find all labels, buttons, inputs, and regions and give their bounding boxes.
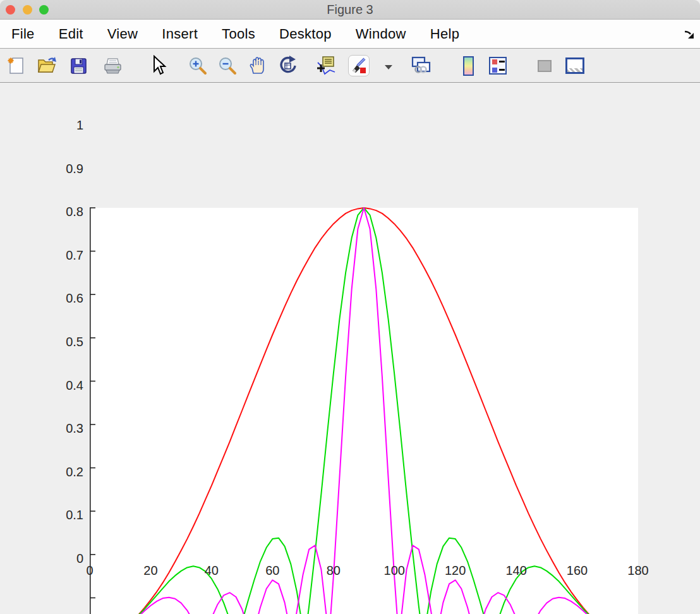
paintbrush-icon [349, 56, 368, 75]
plot-tools-icon [565, 57, 584, 74]
brush-dropdown-button[interactable] [378, 55, 399, 76]
gray-square-icon [538, 60, 552, 72]
zoom-out-button[interactable] [217, 55, 238, 76]
y-tick-label: 0.9 [45, 162, 83, 176]
menu-edit[interactable]: Edit [59, 26, 83, 42]
titlebar[interactable]: Figure 3 [0, 0, 700, 20]
menu-tools[interactable]: Tools [222, 26, 255, 42]
hide-plot-tools-button [534, 55, 555, 76]
menu-insert[interactable]: Insert [162, 26, 198, 42]
save-figure-button[interactable] [68, 55, 89, 76]
menu-help[interactable]: Help [430, 26, 459, 42]
green-curve [90, 208, 638, 614]
data-cursor-button[interactable] [316, 55, 337, 76]
link-plot-button[interactable] [410, 55, 431, 76]
y-tick-label: 0 [45, 551, 83, 565]
chain-link-icon [410, 56, 431, 76]
y-tick-label: 0.8 [45, 205, 83, 219]
y-tick-label: 0.3 [45, 421, 83, 435]
rotate-3d-button[interactable] [277, 55, 298, 76]
datatip-icon [316, 55, 337, 76]
y-tick-label: 0.5 [45, 335, 83, 349]
magnifier-minus-icon [217, 56, 238, 76]
axes-plot [90, 208, 638, 614]
new-figure-button[interactable] [5, 55, 27, 76]
colorbar-icon [463, 56, 474, 76]
menu-overflow-arrow-icon[interactable] [684, 28, 695, 40]
pan-button[interactable] [246, 55, 268, 76]
y-tick-label: 0.1 [45, 508, 83, 522]
insert-colorbar-button[interactable] [457, 55, 479, 76]
plot-area [90, 208, 638, 614]
y-tick-label: 0.2 [45, 465, 83, 479]
menu-desktop[interactable]: Desktop [279, 26, 332, 42]
menu-file[interactable]: File [11, 26, 35, 42]
rotate-arrow-icon [277, 55, 298, 76]
magnifier-plus-icon [188, 56, 208, 76]
toolbar [0, 49, 700, 83]
y-tick-label: 0.6 [45, 291, 83, 305]
y-tick-label: 1 [45, 118, 83, 132]
new-document-icon [6, 56, 26, 76]
printer-icon [102, 56, 123, 76]
figure-window: { "window": { "title": "Figure 3", "traf… [0, 0, 700, 614]
y-tick-label: 0.4 [45, 378, 83, 392]
open-file-button[interactable] [36, 55, 57, 76]
menu-view[interactable]: View [107, 26, 138, 42]
window-title: Figure 3 [0, 3, 700, 17]
zoom-in-button[interactable] [187, 55, 208, 76]
red-curve [90, 208, 638, 614]
print-figure-button[interactable] [102, 55, 123, 76]
y-tick-label: 0.7 [45, 248, 83, 262]
magenta-curve [90, 208, 638, 614]
brush-data-button[interactable] [348, 55, 370, 76]
menu-window[interactable]: Window [356, 26, 406, 42]
hand-icon [247, 56, 267, 76]
insert-legend-button[interactable] [487, 55, 509, 76]
caret-down-icon [385, 65, 392, 69]
figure-canvas: 02040608010012014016018000.10.20.30.40.5… [0, 83, 700, 614]
floppy-disk-icon [68, 56, 88, 76]
legend-icon [489, 57, 507, 75]
menu-bar: File Edit View Insert Tools Desktop Wind… [0, 20, 700, 49]
open-folder-icon [36, 56, 57, 76]
show-plot-tools-button[interactable] [564, 55, 586, 76]
edit-plot-button[interactable] [147, 55, 169, 76]
arrow-cursor-icon [148, 55, 167, 76]
